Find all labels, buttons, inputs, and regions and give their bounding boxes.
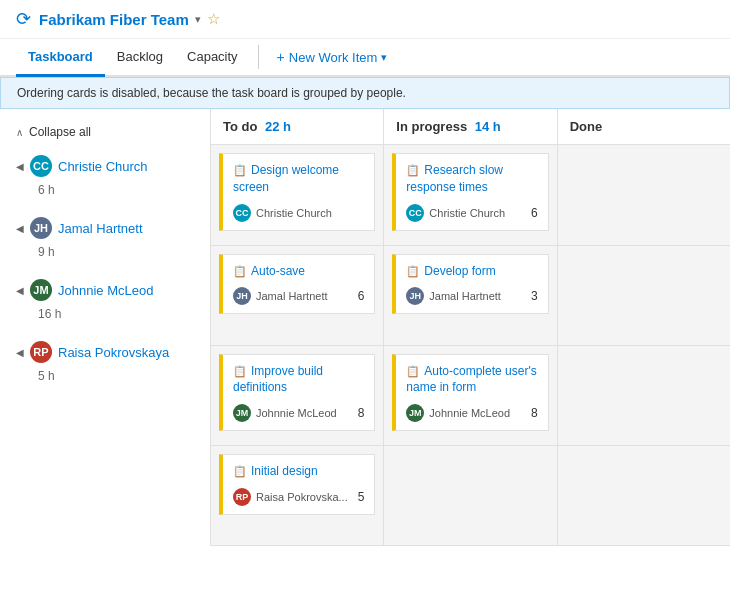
cell-johnnie-inprogress: 📋Auto-complete user's name in form JM Jo…	[384, 346, 557, 446]
collapse-all-label: Collapse all	[29, 125, 91, 139]
person-group-christie: ◀ CC Christie Church 6 h	[0, 147, 210, 205]
nav-divider	[258, 45, 259, 69]
nav-bar: Taskboard Backlog Capacity + New Work It…	[0, 39, 730, 77]
task-hours: 8	[531, 406, 538, 420]
assignee-avatar: JM	[233, 404, 251, 422]
cell-christie-inprogress: 📋Research slow response times CC Christi…	[384, 145, 557, 245]
board-row-jamal: 📋Auto-save JH Jamal Hartnett 6 📋Develop …	[211, 246, 730, 346]
person-header-raisa[interactable]: ◀ RP Raisa Pokrovskaya	[0, 333, 210, 367]
team-icon: ⟳	[16, 8, 31, 30]
task-title[interactable]: 📋Auto-complete user's name in form	[406, 363, 537, 397]
column-header-todo: To do 22 h	[211, 109, 384, 144]
person-hours-raisa: 5 h	[0, 367, 210, 391]
cell-johnnie-todo: 📋Improve build definitions JM Johnnie Mc…	[211, 346, 384, 446]
task-type-icon: 📋	[406, 265, 420, 277]
person-caret-icon: ◀	[16, 161, 24, 172]
task-footer: CC Christie Church	[233, 204, 364, 222]
plus-icon: +	[277, 49, 285, 65]
board-row-raisa: 📋Initial design RP Raisa Pokrovska... 5	[211, 446, 730, 546]
person-caret-icon: ◀	[16, 347, 24, 358]
person-hours-jamal: 9 h	[0, 243, 210, 267]
person-name-raisa[interactable]: Raisa Pokrovskaya	[58, 345, 169, 360]
cell-jamal-todo: 📋Auto-save JH Jamal Hartnett 6	[211, 246, 384, 345]
team-name[interactable]: Fabrikam Fiber Team	[39, 11, 189, 28]
assignee-name: Johnnie McLeod	[429, 407, 510, 419]
team-chevron-icon[interactable]: ▾	[195, 13, 201, 26]
column-header-done: Done	[558, 109, 730, 144]
person-name-jamal[interactable]: Jamal Hartnett	[58, 221, 143, 236]
tab-backlog[interactable]: Backlog	[105, 39, 175, 77]
task-assignee: CC Christie Church	[406, 204, 505, 222]
main-content: ∧ Collapse all ◀ CC Christie Church 6 h …	[0, 109, 730, 546]
task-title[interactable]: 📋Auto-save	[233, 263, 364, 280]
task-hours: 5	[358, 490, 365, 504]
assignee-name: Raisa Pokrovska...	[256, 491, 348, 503]
person-caret-icon: ◀	[16, 285, 24, 296]
task-assignee: JH Jamal Hartnett	[406, 287, 501, 305]
cell-raisa-todo: 📋Initial design RP Raisa Pokrovska... 5	[211, 446, 384, 545]
task-type-icon: 📋	[406, 164, 420, 176]
assignee-name: Christie Church	[429, 207, 505, 219]
task-assignee: JM Johnnie McLeod	[233, 404, 337, 422]
todo-count: 22 h	[265, 119, 291, 134]
task-type-icon: 📋	[233, 265, 247, 277]
avatar-raisa: RP	[30, 341, 52, 363]
avatar-jamal: JH	[30, 217, 52, 239]
new-work-item-button[interactable]: + New Work Item ▾	[267, 43, 398, 71]
cell-jamal-done	[558, 246, 730, 345]
task-card-develop-form: 📋Develop form JH Jamal Hartnett 3	[392, 254, 548, 315]
assignee-avatar: CC	[406, 204, 424, 222]
person-name-christie[interactable]: Christie Church	[58, 159, 148, 174]
collapse-all-button[interactable]: ∧ Collapse all	[0, 117, 210, 147]
task-title[interactable]: 📋Develop form	[406, 263, 537, 280]
task-title[interactable]: 📋Research slow response times	[406, 162, 537, 196]
favorite-star-icon[interactable]: ☆	[207, 10, 220, 28]
assignee-avatar: RP	[233, 488, 251, 506]
tab-taskboard[interactable]: Taskboard	[16, 39, 105, 77]
cell-johnnie-done	[558, 346, 730, 446]
task-assignee: RP Raisa Pokrovska...	[233, 488, 348, 506]
board-row-johnnie: 📋Improve build definitions JM Johnnie Mc…	[211, 346, 730, 447]
cell-raisa-done	[558, 446, 730, 545]
person-group-jamal: ◀ JH Jamal Hartnett 9 h	[0, 209, 210, 267]
task-hours: 8	[358, 406, 365, 420]
person-group-raisa: ◀ RP Raisa Pokrovskaya 5 h	[0, 333, 210, 391]
task-footer: JH Jamal Hartnett 3	[406, 287, 537, 305]
assignee-avatar: JH	[406, 287, 424, 305]
cell-christie-done	[558, 145, 730, 245]
person-header-johnnie[interactable]: ◀ JM Johnnie McLeod	[0, 271, 210, 305]
collapse-caret-icon: ∧	[16, 127, 23, 138]
avatar-christie: CC	[30, 155, 52, 177]
person-name-johnnie[interactable]: Johnnie McLeod	[58, 283, 153, 298]
tab-capacity[interactable]: Capacity	[175, 39, 250, 77]
board: To do 22 h In progress 14 h Done 📋Design…	[210, 109, 730, 546]
task-footer: CC Christie Church 6	[406, 204, 537, 222]
board-row-christie: 📋Design welcome screen CC Christie Churc…	[211, 145, 730, 246]
task-card-improve-build: 📋Improve build definitions JM Johnnie Mc…	[219, 354, 375, 432]
task-card-autosave: 📋Auto-save JH Jamal Hartnett 6	[219, 254, 375, 315]
assignee-name: Jamal Hartnett	[429, 290, 501, 302]
person-header-jamal[interactable]: ◀ JH Jamal Hartnett	[0, 209, 210, 243]
person-header-christie[interactable]: ◀ CC Christie Church	[0, 147, 210, 181]
task-title[interactable]: 📋Improve build definitions	[233, 363, 364, 397]
info-bar: Ordering cards is disabled, because the …	[0, 77, 730, 109]
task-card-research-slow: 📋Research slow response times CC Christi…	[392, 153, 548, 231]
assignee-name: Johnnie McLeod	[256, 407, 337, 419]
task-card-design-welcome: 📋Design welcome screen CC Christie Churc…	[219, 153, 375, 231]
cell-jamal-inprogress: 📋Develop form JH Jamal Hartnett 3	[384, 246, 557, 345]
assignee-name: Jamal Hartnett	[256, 290, 328, 302]
task-title[interactable]: 📋Design welcome screen	[233, 162, 364, 196]
task-footer: JM Johnnie McLeod 8	[406, 404, 537, 422]
task-footer: JM Johnnie McLeod 8	[233, 404, 364, 422]
new-work-chevron-icon: ▾	[381, 51, 387, 64]
cell-raisa-inprogress	[384, 446, 557, 545]
sidebar: ∧ Collapse all ◀ CC Christie Church 6 h …	[0, 109, 210, 546]
person-hours-johnnie: 16 h	[0, 305, 210, 329]
task-footer: RP Raisa Pokrovska... 5	[233, 488, 364, 506]
task-footer: JH Jamal Hartnett 6	[233, 287, 364, 305]
task-type-icon: 📋	[406, 365, 420, 377]
new-work-item-label: New Work Item	[289, 50, 378, 65]
task-type-icon: 📋	[233, 365, 247, 377]
task-title[interactable]: 📋Initial design	[233, 463, 364, 480]
assignee-name: Christie Church	[256, 207, 332, 219]
